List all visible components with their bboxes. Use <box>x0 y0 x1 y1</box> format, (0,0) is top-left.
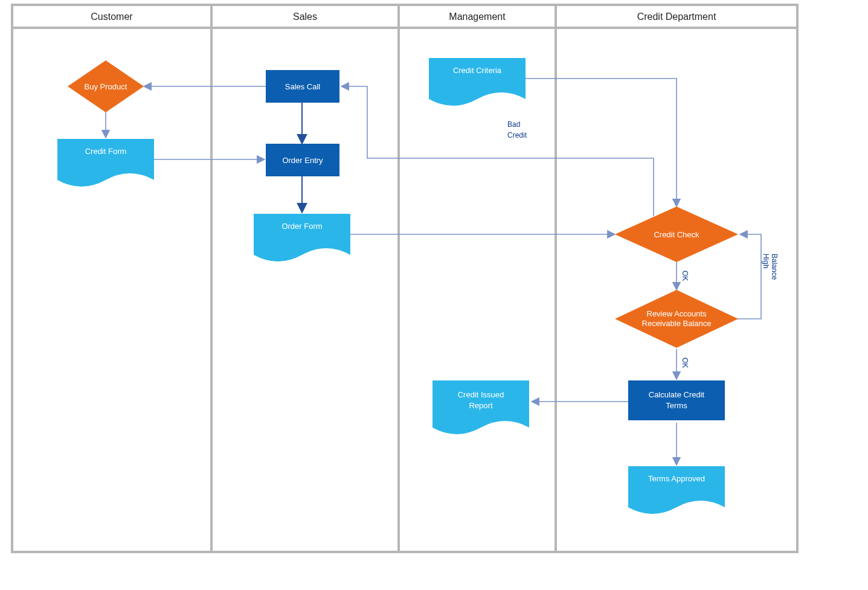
lane-header-management: Management <box>449 11 506 22</box>
label-credit-check: Credit Check <box>654 230 699 239</box>
swimlane-flowchart: Customer Sales Management Credit Departm… <box>0 0 868 590</box>
node-sales-call: Sales Call <box>266 70 339 103</box>
label-order-form: Order Form <box>281 222 322 231</box>
label-terms-approved: Terms Approved <box>648 474 705 483</box>
label-credit-issued-2: Report <box>469 401 492 410</box>
label-high-balance-2: Balance <box>770 254 779 280</box>
lane-header-customer: Customer <box>91 11 133 22</box>
svg-rect-10 <box>628 380 725 420</box>
label-credit-criteria: Credit Criteria <box>453 66 502 75</box>
node-order-entry: Order Entry <box>266 144 339 176</box>
label-bad-credit-1: Bad <box>507 120 520 129</box>
label-credit-form: Credit Form <box>85 147 127 156</box>
label-review-accounts-2: Receivable Balance <box>642 319 712 328</box>
label-credit-issued-1: Credit Issued <box>458 390 504 399</box>
label-ok-2: OK <box>681 358 689 368</box>
label-review-accounts-1: Review Accounts <box>647 309 707 318</box>
label-buy-product: Buy Product <box>85 82 127 91</box>
lane-header-sales: Sales <box>293 11 317 22</box>
label-high-balance-1: High <box>762 254 770 269</box>
label-bad-credit-2: Credit <box>507 131 527 139</box>
label-sales-call: Sales Call <box>285 82 321 91</box>
label-calculate-terms-1: Calculate Credit <box>649 390 705 399</box>
lane-header-credit: Credit Department <box>637 11 716 22</box>
label-calculate-terms-2: Terms <box>666 401 687 410</box>
node-calculate-terms: Calculate Credit Terms <box>628 380 725 420</box>
label-order-entry: Order Entry <box>282 156 323 165</box>
label-ok-1: OK <box>681 271 689 281</box>
